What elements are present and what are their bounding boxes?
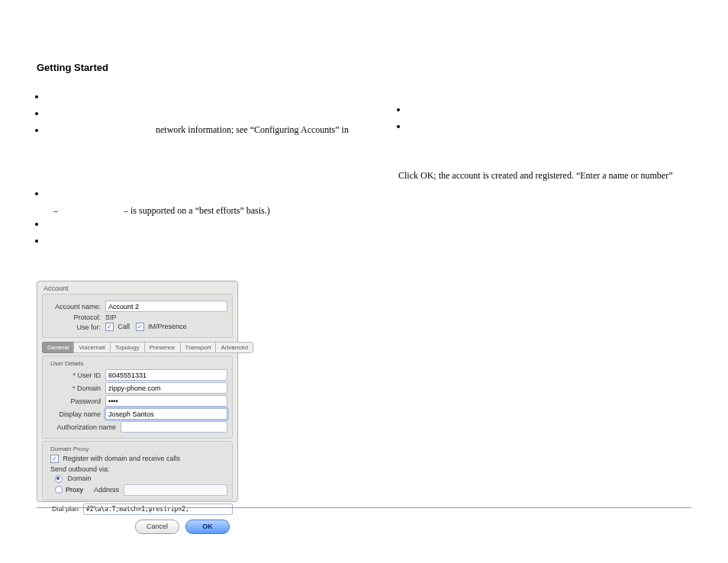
protocol-value: SIP [105, 314, 227, 321]
page-title: Getting Started [37, 62, 108, 73]
im-presence-checkbox-label: IM/Presence [148, 323, 187, 330]
authorization-name-input[interactable] [121, 421, 227, 433]
bullet-item [407, 103, 688, 115]
left-column: network information; see “Configuring Ac… [37, 90, 388, 251]
bullet-item [46, 107, 388, 119]
bullet-item [46, 90, 388, 102]
tab-bar: General Voicemail Topology Presence Tran… [42, 342, 233, 353]
register-checkbox[interactable]: ✓ [50, 455, 59, 463]
dial-plan-label: Dial plan [42, 505, 83, 513]
password-input[interactable]: •••• [105, 395, 227, 407]
password-label: Password [47, 397, 105, 405]
outbound-proxy-radio[interactable] [55, 486, 63, 494]
im-presence-checkbox[interactable]: ✓ [136, 323, 144, 331]
cancel-button[interactable]: Cancel [135, 520, 179, 534]
user-details-panel: User Details * User ID 6045551331 * Doma… [42, 355, 233, 439]
domain-proxy-panel: Domain Proxy ✓ Register with domain and … [42, 441, 233, 500]
user-id-input[interactable]: 6045551331 [105, 369, 227, 381]
call-checkbox[interactable]: ✓ [105, 323, 114, 331]
account-dialog: Account Account name: Account 2 Protocol… [37, 281, 238, 502]
domain-input[interactable]: zippy-phone.com [105, 382, 227, 394]
tab-topology[interactable]: Topology [110, 342, 144, 353]
protocol-label: Protocol: [47, 314, 105, 321]
outbound-domain-label: Domain [68, 475, 92, 482]
register-checkbox-label: Register with domain and receive calls [63, 455, 181, 462]
account-summary-panel: Account name: Account 2 Protocol: SIP Us… [42, 294, 233, 338]
dialog-title: Account [37, 282, 237, 294]
bullet-item: network information; see “Configuring Ac… [46, 124, 388, 136]
bullet-item [46, 187, 388, 199]
bullet-item [407, 120, 688, 132]
tab-transport[interactable]: Transport [180, 342, 216, 353]
bullet-fragment: network information; see “Configuring Ac… [156, 124, 349, 135]
ok-button[interactable]: OK [185, 520, 230, 534]
account-name-label: Account name: [47, 303, 105, 310]
indent-fragment: – – is supported on a “best efforts” bas… [49, 204, 388, 217]
use-for-label: Use for: [47, 323, 105, 331]
domain-proxy-heading: Domain Proxy [50, 446, 227, 452]
bullet-item [46, 217, 388, 230]
tab-advanced[interactable]: Advanced [215, 342, 253, 353]
paragraph: Click OK; the account is created and reg… [398, 169, 688, 182]
outbound-proxy-label: Proxy [66, 486, 89, 494]
user-details-heading: User Details [50, 360, 227, 367]
tab-general[interactable]: General [42, 342, 73, 353]
tab-voicemail[interactable]: Voicemail [73, 342, 109, 353]
footer-rule [37, 507, 691, 508]
proxy-address-label: Address [89, 486, 124, 494]
send-outbound-label: Send outbound via: [50, 465, 227, 473]
proxy-address-input[interactable] [124, 484, 227, 496]
dial-plan-input[interactable]: #2\a\a.T;match=1;prestrip=2; [83, 503, 233, 515]
display-name-input[interactable]: Joseph Santos [105, 408, 227, 420]
outbound-domain-radio[interactable] [55, 475, 63, 483]
authorization-name-label: Authorization name [47, 423, 121, 431]
user-id-label: * User ID [47, 372, 105, 379]
display-name-label: Display name [47, 410, 105, 418]
right-column: Click OK; the account is created and reg… [398, 103, 688, 182]
bullet-item [46, 234, 388, 246]
tab-presence[interactable]: Presence [144, 342, 180, 353]
domain-label: * Domain [47, 384, 105, 392]
call-checkbox-label: Call [118, 323, 130, 330]
account-name-input[interactable]: Account 2 [105, 301, 227, 312]
